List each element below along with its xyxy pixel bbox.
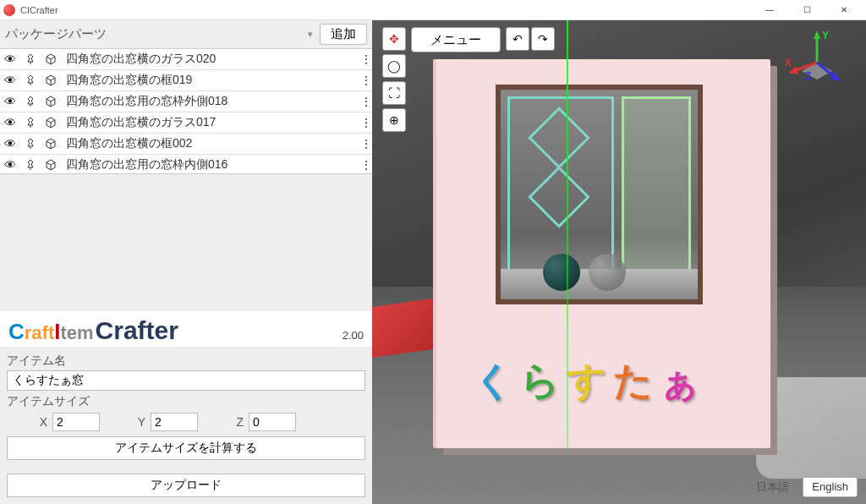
rotate-ccw-icon[interactable]: ↶ (506, 27, 529, 51)
visibility-icon[interactable]: 👁 (2, 72, 19, 89)
part-label: 四角窓の出窓横のガラス020 (61, 52, 359, 67)
more-icon[interactable]: ⋮ (359, 163, 372, 167)
package-header: パッケージパーツ ▾ 追加 (0, 20, 372, 49)
part-label: 四角窓の出窓用の窓枠内側016 (61, 157, 359, 173)
visibility-icon[interactable]: 👁 (2, 51, 19, 68)
app-icon (3, 4, 15, 16)
more-icon[interactable]: ⋮ (359, 121, 372, 124)
part-row[interactable]: 👁 四角窓の出窓横の框019 ⋮ (0, 70, 372, 91)
part-row[interactable]: 👁 四角窓の出窓用の窓枠外側018 ⋮ (0, 91, 372, 112)
more-icon[interactable]: ⋮ (359, 142, 372, 145)
more-icon[interactable]: ⋮ (359, 79, 372, 82)
pin-icon[interactable] (22, 156, 39, 173)
item-form: アイテム名 アイテムサイズ X Y Z アイテムサイズを計算する (0, 347, 372, 463)
part-row[interactable]: 👁 四角窓の出窓横の框002 ⋮ (0, 134, 372, 155)
minimize-button[interactable]: ― (751, 0, 788, 20)
item-size-label: アイテムサイズ (7, 394, 365, 409)
x-input[interactable] (52, 413, 100, 431)
z-input[interactable] (249, 413, 296, 431)
dropdown-icon[interactable]: ▾ (308, 29, 313, 40)
spacer (0, 174, 372, 311)
move-tool-icon[interactable]: ✥ (382, 27, 406, 51)
window-title: CICrafter (20, 5, 751, 15)
rotate-cw-icon[interactable]: ↷ (531, 27, 555, 51)
more-icon[interactable]: ⋮ (359, 58, 372, 61)
part-label: 四角窓の出窓用の窓枠外側018 (61, 94, 359, 109)
pin-icon[interactable] (22, 135, 39, 152)
scale-tool-icon[interactable]: ⛶ (382, 81, 406, 105)
language-switch: 日本語 English (748, 477, 858, 497)
upload-button[interactable]: アップロード (7, 474, 365, 497)
axis-gizmo[interactable]: Y X Z (783, 29, 851, 96)
part-label: 四角窓の出窓横の框002 (61, 136, 359, 151)
visibility-icon[interactable]: 👁 (2, 156, 19, 173)
cube-icon[interactable] (42, 93, 59, 110)
svg-text:Y: Y (822, 30, 829, 41)
visibility-icon[interactable]: 👁 (2, 93, 19, 110)
cube-icon[interactable] (42, 51, 59, 68)
y-label: Y (105, 415, 145, 429)
x-label: X (7, 415, 47, 429)
package-title: パッケージパーツ (5, 26, 308, 42)
sphere-glass (589, 254, 626, 291)
viewport[interactable]: くらすたぁ ✥ ◯ ⛶ ⊕ メニュー ↶ ↷ Y X Z (372, 20, 866, 504)
viewport-toolbar: ✥ ◯ ⛶ ⊕ メニュー ↶ ↷ (382, 27, 555, 132)
pin-icon[interactable] (22, 93, 39, 110)
more-icon[interactable]: ⋮ (359, 100, 372, 103)
brand-bar: CraftItemCrafter 2.00 (0, 311, 372, 347)
part-row[interactable]: 👁 四角窓の出窓横のガラス017 ⋮ (0, 112, 372, 134)
maximize-button[interactable]: ☐ (788, 0, 825, 20)
cube-icon[interactable] (42, 156, 59, 173)
parts-list[interactable]: 👁 四角窓の出窓横のガラス020 ⋮ 👁 四角窓の出窓横の框019 ⋮ 👁 四角… (0, 49, 372, 174)
pin-icon[interactable] (22, 72, 39, 89)
cube-icon[interactable] (42, 72, 59, 89)
close-button[interactable]: ✕ (825, 0, 863, 20)
part-row[interactable]: 👁 四角窓の出窓横のガラス020 ⋮ (0, 49, 372, 70)
item-name-input[interactable] (7, 370, 365, 391)
svg-text:X: X (785, 57, 792, 68)
left-panel: パッケージパーツ ▾ 追加 👁 四角窓の出窓横のガラス020 ⋮ 👁 四角窓の出… (0, 20, 372, 504)
calculate-size-button[interactable]: アイテムサイズを計算する (7, 436, 365, 460)
target-tool-icon[interactable]: ⊕ (382, 108, 406, 132)
svg-marker-8 (830, 71, 841, 81)
pin-icon[interactable] (22, 51, 39, 68)
rainbow-text: くらすたぁ (474, 355, 706, 408)
visibility-icon[interactable]: 👁 (2, 114, 19, 131)
menu-button[interactable]: メニュー (411, 27, 501, 52)
svg-marker-2 (814, 30, 820, 39)
part-label: 四角窓の出窓横のガラス017 (61, 115, 359, 130)
version-label: 2.00 (343, 329, 364, 342)
visibility-icon[interactable]: 👁 (2, 135, 19, 152)
svg-text:Z: Z (805, 70, 811, 82)
part-row[interactable]: 👁 四角窓の出窓用の窓枠内側016 ⋮ (0, 155, 372, 174)
titlebar: CICrafter ― ☐ ✕ (0, 0, 866, 20)
cube-icon[interactable] (42, 135, 59, 152)
rotate-tool-icon[interactable]: ◯ (382, 54, 406, 78)
lang-jp-button[interactable]: 日本語 (748, 477, 797, 497)
y-input[interactable] (151, 413, 198, 431)
part-label: 四角窓の出窓横の框019 (61, 73, 359, 88)
pin-icon[interactable] (22, 114, 39, 131)
item-name-label: アイテム名 (7, 353, 365, 369)
sphere-dark (543, 254, 580, 291)
y-axis-line (567, 20, 568, 452)
cube-icon[interactable] (42, 114, 59, 131)
z-label: Z (203, 415, 244, 429)
add-button[interactable]: 追加 (320, 24, 367, 45)
lang-en-button[interactable]: English (803, 477, 858, 497)
